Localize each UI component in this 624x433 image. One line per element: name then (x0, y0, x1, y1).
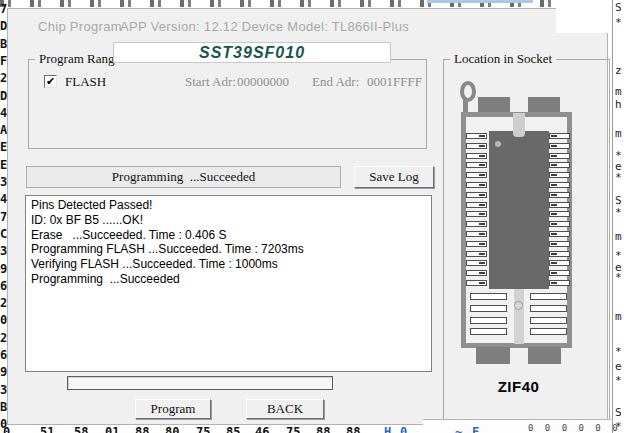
socket-pin-left (466, 211, 487, 217)
chip-in-socket (489, 131, 549, 289)
socket-pin-right (549, 153, 570, 159)
socket-slot-right (530, 317, 567, 324)
hex-char: E (0, 158, 7, 172)
socket-slot-left (470, 305, 507, 312)
socket-location-label: Location in Socket (450, 51, 556, 67)
socket-pin-right (549, 241, 570, 247)
program-range-group: Program Range (28, 59, 427, 149)
hex-char: 9 (0, 365, 7, 379)
hex-char: B (0, 37, 7, 51)
hex-value: 88 (316, 425, 330, 433)
hex-value: 75 (196, 425, 210, 433)
log-line: Pins Detected Passed! (31, 198, 431, 213)
progress-bar (67, 376, 333, 390)
ascii-char: S (615, 407, 622, 419)
ascii-char: * (615, 346, 622, 358)
socket-center-tongue (513, 113, 525, 137)
hex-char: 7 (0, 2, 7, 16)
socket-pin-right (549, 260, 570, 266)
ascii-char: * (615, 172, 622, 184)
end-adr-label: End Adr: (312, 74, 359, 90)
socket-pin-left (466, 143, 487, 149)
hex-char: 4 (0, 106, 7, 120)
socket-pin-right (549, 162, 570, 168)
socket-slot-right (530, 328, 567, 335)
screen: 7DBF2D4AEE347C396202693B0 Chip Program A… (0, 0, 624, 433)
hexeditor-selection-fragment (427, 0, 533, 3)
socket-pin-right (549, 211, 570, 217)
hex-value: F (472, 425, 479, 433)
hex-value: 0 (3, 425, 10, 433)
hex-char: F (0, 54, 7, 68)
socket-screw-hole (514, 301, 523, 310)
ascii-char: z (615, 65, 622, 77)
hex-char: 2 (0, 296, 7, 310)
hex-value: 88 (346, 425, 360, 433)
hex-value: 88 (135, 425, 149, 433)
hexeditor-column-separator (612, 0, 613, 433)
hex-char: 3 (0, 244, 7, 258)
socket-pin-right (549, 143, 570, 149)
hex-char: D (0, 89, 7, 103)
ascii-char: e (615, 361, 622, 373)
hex-value: 85 (226, 425, 240, 433)
program-button[interactable]: Program (135, 399, 211, 419)
socket-top-tab (528, 97, 560, 113)
socket-foot (528, 347, 561, 364)
socket-pin-left (466, 192, 487, 198)
chip-pin1-dot (495, 141, 501, 147)
socket-pin-right (549, 280, 570, 286)
hex-char: C (0, 227, 7, 241)
hex-char: 9 (0, 262, 7, 276)
start-adr-label: Start Adr: (185, 74, 236, 90)
socket-pin-left (466, 153, 487, 159)
socket-pin-left (466, 182, 487, 188)
dialog-subtitle: APP Version: 12.12 Device Model: TL866II… (120, 19, 409, 34)
hex-char: A (0, 123, 7, 137)
ascii-char: m (615, 231, 622, 243)
hex-value: 58 (74, 425, 88, 433)
socket-slot-left (470, 317, 507, 324)
socket-pin-left (466, 221, 487, 227)
hex-char: D (0, 19, 7, 33)
ascii-char: * (615, 17, 622, 29)
socket-pin-left (466, 162, 487, 168)
hex-value: 46 (255, 425, 269, 433)
socket-pin-left (466, 251, 487, 257)
hex-char: 2 (0, 71, 7, 85)
socket-pin-right (549, 270, 570, 276)
hex-char: 7 (0, 210, 7, 224)
ascii-char: m (615, 86, 622, 98)
hex-char: 3 (0, 175, 7, 189)
hex-value: ~ (455, 425, 462, 433)
socket-top-tab (478, 97, 510, 113)
hex-char: 0 (0, 313, 7, 327)
dialog-title: Chip Program (38, 19, 122, 34)
log-output-area[interactable]: Pins Detected Passed!ID: 0x BF B5 ......… (25, 195, 432, 372)
hexeditor-zeros-row: 0 0 0 0 0 0 0 0 0 * (528, 423, 624, 433)
hex-value: 51 (40, 425, 54, 433)
socket-pin-right (549, 251, 570, 257)
socket-pin-left (466, 231, 487, 237)
socket-pin-left (466, 202, 487, 208)
chip-name-field: SST39SF010 (113, 42, 391, 63)
ascii-char: * (615, 375, 622, 387)
start-adr-value: 00000000 (237, 74, 289, 90)
end-adr-value: 0001FFFF (367, 74, 422, 90)
socket-pin-left (466, 280, 487, 286)
zif-lever-icon (460, 81, 476, 102)
log-line: Programming ...Succeeded (31, 272, 431, 287)
ascii-char: * (615, 207, 622, 219)
hex-char: 3 (0, 383, 7, 397)
hex-value: 0 (400, 425, 407, 433)
hex-value: 80 (165, 425, 179, 433)
log-line: Programming FLASH ...Succeeded. Time : 7… (31, 242, 431, 257)
ascii-char: m (615, 311, 622, 323)
hex-value: 01 (105, 425, 119, 433)
flash-checkbox[interactable]: ✔ (44, 75, 57, 88)
log-line: Erase ...Succeeded. Time : 0.406 S (31, 228, 431, 243)
hex-value: H (384, 425, 391, 433)
save-log-button[interactable]: Save Log (354, 166, 434, 188)
socket-pin-right (549, 172, 570, 178)
back-button[interactable]: BACK (246, 399, 324, 419)
